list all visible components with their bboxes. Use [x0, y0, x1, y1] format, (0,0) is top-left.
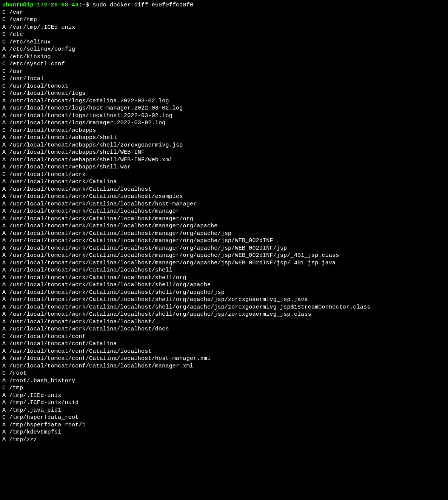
diff-line: A /usr/local/tomcat/work/Catalina/localh… — [2, 193, 446, 201]
diff-line: C /var — [2, 9, 446, 17]
diff-line: A /usr/local/tomcat/work/Catalina/localh… — [2, 201, 446, 208]
diff-line: A /usr/local/tomcat/work/Catalina/localh… — [2, 230, 446, 238]
command-output: C /varC /var/tmpA /var/tmp/.ICEd-unixC /… — [2, 9, 446, 444]
diff-line: A /etc/kinsing — [2, 53, 446, 61]
diff-line: C /usr/local/tomcat/work — [2, 171, 446, 179]
diff-line: C /usr/local/tomcat/webapps — [2, 127, 446, 134]
command-text — [89, 2, 92, 8]
diff-line: A /usr/local/tomcat/work/Catalina/localh… — [2, 304, 446, 311]
diff-line: A /usr/local/tomcat/work/Catalina/localh… — [2, 311, 446, 318]
terminal-screen[interactable]: ubuntu@ip-172-20-58-43:~$ sudo docker di… — [2, 2, 446, 443]
diff-line: A /usr/local/tomcat/logs/catalina.2022-0… — [2, 97, 446, 105]
diff-line: A /etc/selinux/config — [2, 46, 446, 53]
diff-line: A /var/tmp/.ICEd-unix — [2, 24, 446, 31]
prompt-user-host: ubuntu@ip-172-20-58-43 — [2, 2, 79, 8]
diff-line: A /usr/local/tomcat/work/Catalina/localh… — [2, 274, 446, 282]
prompt-path: ~ — [82, 2, 86, 8]
diff-line: A /usr/local/tomcat/work/Catalina/localh… — [2, 208, 446, 215]
diff-line: A /usr/local/tomcat/webapps/shell/zorcxg… — [2, 142, 446, 149]
diff-line: C /etc/sysctl.conf — [2, 60, 446, 68]
diff-line: A /usr/local/tomcat/work/Catalina — [2, 178, 446, 186]
diff-line: A /usr/local/tomcat/work/Catalina/localh… — [2, 326, 446, 333]
diff-line: C /tmp — [2, 384, 446, 392]
diff-line: A /tmp/kdevtmpfsi — [2, 429, 446, 436]
diff-line: A /usr/local/tomcat/conf/Catalina/localh… — [2, 348, 446, 355]
diff-line: C /etc — [2, 31, 446, 39]
diff-line: A /usr/local/tomcat/webapps/shell/WEB-IN… — [2, 156, 446, 164]
diff-line: A /usr/local/tomcat/webapps/shell/WEB-IN… — [2, 149, 446, 156]
prompt-line: ubuntu@ip-172-20-58-43:~$ sudo docker di… — [2, 2, 446, 9]
diff-line: A /usr/local/tomcat/work/Catalina/localh… — [2, 281, 446, 289]
diff-line: A /usr/local/tomcat/conf/Catalina/localh… — [2, 355, 446, 363]
diff-line: C /usr/local/tomcat — [2, 83, 446, 90]
diff-line: A /root/.bash_history — [2, 377, 446, 385]
diff-line: C /usr/local — [2, 75, 446, 83]
diff-line: A /usr/local/tomcat/work/Catalina/localh… — [2, 215, 446, 223]
diff-line: A /usr/local/tomcat/work/Catalina/localh… — [2, 186, 446, 193]
diff-line: A /tmp/.java_pid1 — [2, 407, 446, 414]
diff-line: A /tmp/.ICEd-unix — [2, 392, 446, 400]
diff-line: C /var/tmp — [2, 16, 446, 24]
diff-line: A /usr/local/tomcat/logs/host-manager.20… — [2, 105, 446, 112]
diff-line: A /usr/local/tomcat/work/Catalina/localh… — [2, 289, 446, 296]
diff-line: A /tmp/.ICEd-unix/uuid — [2, 399, 446, 407]
diff-line: C /root — [2, 370, 446, 377]
diff-line: A /usr/local/tomcat/logs/localhost.2022-… — [2, 112, 446, 120]
diff-line: A /tmp/hsperfdata_root/1 — [2, 421, 446, 429]
diff-line: A /usr/local/tomcat/conf/Catalina/localh… — [2, 363, 446, 370]
diff-line: A /usr/local/tomcat/work/Catalina/localh… — [2, 296, 446, 304]
diff-line: A /usr/local/tomcat/webapps/shell — [2, 134, 446, 142]
diff-line: A /usr/local/tomcat/work/Catalina/localh… — [2, 267, 446, 274]
diff-line: A /usr/local/tomcat/work/Catalina/localh… — [2, 259, 446, 267]
diff-line: A /usr/local/tomcat/work/Catalina/localh… — [2, 245, 446, 252]
diff-line: A /usr/local/tomcat/work/Catalina/localh… — [2, 252, 446, 259]
prompt-colon: : — [79, 2, 82, 8]
diff-line: C /usr — [2, 68, 446, 76]
diff-line: C /usr/local/tomcat/logs — [2, 90, 446, 97]
command-text: sudo docker diff e60f0ffcd8f0 — [92, 2, 193, 8]
prompt-dollar: $ — [86, 2, 89, 8]
diff-line: C /etc/selinux — [2, 39, 446, 46]
diff-line: A /tmp/zzz — [2, 436, 446, 444]
diff-line: A /usr/local/tomcat/webapps/shell.war — [2, 164, 446, 171]
diff-line: A /usr/local/tomcat/work/Catalina/localh… — [2, 237, 446, 245]
diff-line: A /usr/local/tomcat/logs/manager.2022-03… — [2, 119, 446, 127]
diff-line: A /usr/local/tomcat/conf/Catalina — [2, 340, 446, 348]
diff-line: C /usr/local/tomcat/conf — [2, 333, 446, 341]
diff-line: C /tmp/hsperfdata_root — [2, 414, 446, 421]
diff-line: A /usr/local/tomcat/work/Catalina/localh… — [2, 318, 446, 326]
diff-line: A /usr/local/tomcat/work/Catalina/localh… — [2, 222, 446, 230]
